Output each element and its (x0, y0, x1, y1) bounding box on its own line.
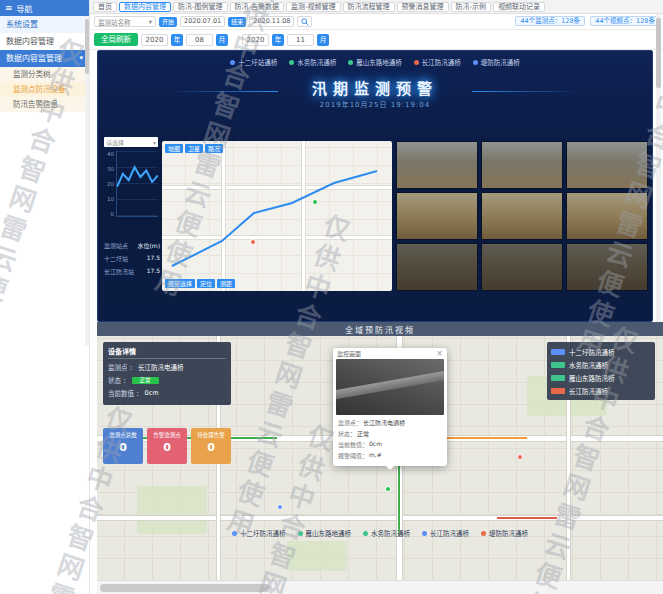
popup-info-value: 正常 (357, 429, 369, 438)
device-info-rows: 监测点： 长江防汛电通桥 状态： 正常 当前数值： 0cm (108, 362, 226, 398)
popup-info-value: 长江防汛电通桥 (363, 418, 405, 427)
sidebar: ≡ 导航 系统设置 ▾ 数据内容管理 ▾ 数据内容监管理 ▾ (0, 0, 90, 594)
sidebar-item-label: 数据内容管理 (6, 33, 54, 50)
tab[interactable]: 防汛-图例管理 (173, 2, 228, 12)
tab[interactable]: 防汛-示例 (451, 2, 492, 12)
info-label: 十二圩站 (104, 254, 128, 263)
tab[interactable]: 数据内容管理 (119, 2, 171, 12)
sidebar-subitem[interactable]: 监测点防汛设备 (0, 82, 89, 97)
end-month-input[interactable]: 11 (287, 34, 314, 46)
popup-info-value: m,# (369, 451, 382, 460)
station-list-item[interactable]: 水务防汛通桥 (551, 358, 651, 371)
tab[interactable]: 预警消息管理 (397, 2, 449, 12)
station-marker[interactable] (277, 504, 283, 510)
info-value: 水位(m) (137, 241, 160, 250)
start-date-input[interactable]: 2020.07.01 (180, 16, 225, 27)
tab[interactable]: 防汛流程管理 (343, 2, 395, 12)
search-icon (301, 18, 309, 26)
video-feed[interactable] (481, 192, 563, 240)
map-tool-button[interactable]: 测距 (217, 279, 235, 288)
legend-label: 雁山东路地通桥 (356, 57, 402, 67)
sidebar-item[interactable]: 系统设置 ▾ (0, 16, 89, 33)
map-tool-button[interactable]: 定位 (197, 279, 215, 288)
map-layer-button[interactable]: 地图 (165, 144, 183, 153)
sidebar-item[interactable]: 数据内容监管理 ▾ (0, 50, 89, 67)
station-marker[interactable] (312, 199, 318, 205)
vertical-scrollbar[interactable] (656, 14, 661, 322)
station-list-item[interactable]: 十二圩防汛通桥 (551, 345, 651, 358)
station-info-row: 十二圩站 17.5 (104, 254, 160, 263)
station-list-label: 长江防汛通桥 (569, 386, 608, 396)
station-marker[interactable] (517, 454, 523, 460)
video-feed[interactable] (396, 243, 478, 291)
global-refresh-button[interactable]: 全局刷新 (94, 33, 138, 46)
popup-info-row: 报警阈值： m,# (338, 451, 442, 460)
station-list-item[interactable]: 长江防汛通桥 (551, 384, 651, 397)
legend-item: 堤防防汛通桥 (473, 57, 520, 67)
tab[interactable]: 首页 (93, 2, 117, 12)
tab[interactable]: 防汛-告警数据 (230, 2, 285, 12)
sidebar-item[interactable]: 数据内容管理 ▾ (0, 33, 89, 50)
end-date-label: 结束 (228, 17, 246, 27)
legend-dot-icon (363, 531, 368, 536)
info-label: 长江防汛站 (104, 267, 134, 276)
map-layer-button[interactable]: 路况 (205, 144, 223, 153)
sidebar-subitem[interactable]: 防汛告警信息 (0, 97, 89, 112)
video-feed[interactable] (566, 141, 648, 189)
device-info-label: 状态 (108, 375, 121, 385)
sidebar-subitem[interactable]: 监测分类树 (0, 67, 89, 82)
station-list-item[interactable]: 雁山东路防汛桥 (551, 371, 651, 384)
end-year-input[interactable]: 2020 (242, 34, 269, 46)
chart-station-select[interactable]: 请选择 ▾ (104, 137, 158, 147)
station-color-bar (551, 362, 565, 368)
dashboard-map[interactable]: 地图卫星路况 图层选择定位测距 (162, 141, 392, 291)
chart-plot-area (116, 151, 158, 217)
stat-box: 告警监测点 0 (147, 428, 187, 464)
video-feed[interactable] (481, 141, 563, 189)
tab-label: 视频联动记录 (498, 3, 540, 11)
close-icon[interactable]: × (436, 350, 443, 358)
popup-header: 监控画面 × (333, 348, 447, 359)
video-feed[interactable] (566, 192, 648, 240)
search-button[interactable] (297, 16, 312, 27)
start-month-input[interactable]: 08 (186, 34, 213, 46)
video-feed[interactable] (481, 243, 563, 291)
dashboard-datetime: 2019年10月25日 19:19:04 (98, 99, 652, 109)
y-axis-tick: 30 (104, 166, 114, 172)
year-unit-button[interactable]: 年 (171, 34, 183, 46)
y-axis-tick: 10 (104, 196, 114, 202)
month-unit-button[interactable]: 月 (216, 34, 228, 46)
stat-pill: 44个监测点：128条 (515, 16, 585, 26)
station-select[interactable]: 监测站名称 ▾ (94, 16, 156, 27)
video-feed[interactable] (396, 192, 478, 240)
sidebar-scrollbar[interactable] (85, 16, 89, 346)
tab[interactable]: 监测-视频管理 (286, 2, 341, 12)
map-layer-button[interactable]: 卫星 (185, 144, 203, 153)
tab[interactable]: 视频联动记录 (493, 2, 545, 12)
info-value: 17.5 (147, 267, 160, 276)
selected-station-marker[interactable] (385, 486, 391, 492)
map-tool-button[interactable]: 图层选择 (165, 279, 195, 288)
horizontal-scrollbar[interactable] (97, 580, 663, 594)
vertical-scrollbar-thumb[interactable] (656, 18, 661, 88)
city-map[interactable]: 设备详情 监测点： 长江防汛电通桥 状态： 正常 (97, 336, 663, 580)
legend-label: 水务防汛通桥 (297, 57, 336, 67)
legend-item: 雁山东路地通桥 (348, 57, 402, 67)
station-marker[interactable] (250, 239, 256, 245)
year-unit-button[interactable]: 年 (272, 34, 284, 46)
toolbar-row: 全局刷新 2020 年 08 月 2020 年 11 月 (90, 30, 663, 50)
horizontal-scrollbar-thumb[interactable] (100, 584, 270, 592)
start-year-input[interactable]: 2020 (141, 34, 168, 46)
end-date-input[interactable]: 2020.11.08 (249, 16, 294, 27)
station-info-row: 监测站点 水位(m) (104, 241, 160, 250)
tab-label: 监测-视频管理 (291, 3, 336, 11)
popup-info-label: 监测点： (338, 418, 362, 427)
sidebar-scrollbar-thumb[interactable] (85, 19, 89, 74)
tab-label: 防汛-示例 (456, 3, 487, 11)
video-feed[interactable] (396, 141, 478, 189)
month-unit-button[interactable]: 月 (317, 34, 329, 46)
video-feed[interactable] (566, 243, 648, 291)
colon: ： (123, 375, 130, 385)
video-grid (396, 141, 648, 291)
station-list-label: 水务防汛通桥 (569, 360, 608, 370)
